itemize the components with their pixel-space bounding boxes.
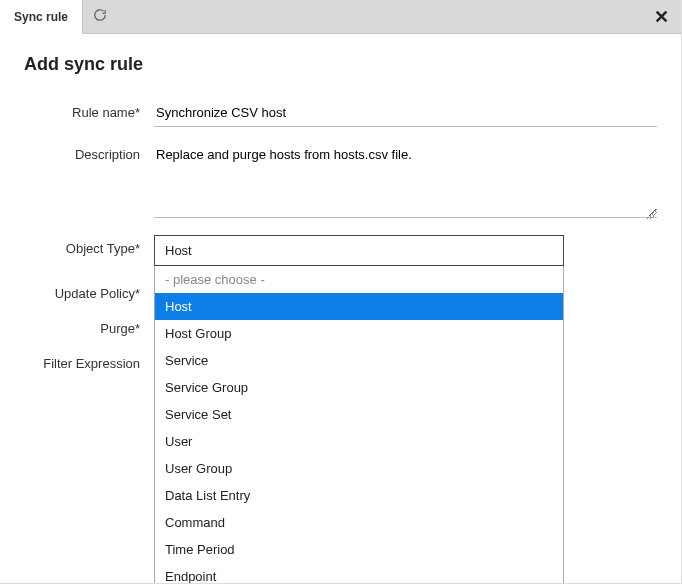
dropdown-option-placeholder[interactable]: - please choose - bbox=[155, 266, 563, 293]
dropdown-option-user-group[interactable]: User Group bbox=[155, 455, 563, 482]
row-description: Description bbox=[24, 141, 657, 221]
row-object-type: Object Type* Host - please choose - Host… bbox=[24, 235, 657, 266]
content: Add sync rule Rule name* Description Obj… bbox=[0, 34, 681, 371]
label-filter-expression: Filter Expression bbox=[24, 350, 154, 371]
close-button[interactable]: ✕ bbox=[654, 0, 669, 34]
dropdown-option-endpoint[interactable]: Endpoint bbox=[155, 563, 563, 584]
dropdown-option-command[interactable]: Command bbox=[155, 509, 563, 536]
tab-sync-rule[interactable]: Sync rule bbox=[0, 0, 83, 34]
dropdown-option-service-set[interactable]: Service Set bbox=[155, 401, 563, 428]
refresh-button[interactable] bbox=[83, 0, 117, 33]
dropdown-option-user[interactable]: User bbox=[155, 428, 563, 455]
object-type-select[interactable]: Host bbox=[154, 235, 564, 266]
page-title: Add sync rule bbox=[24, 54, 657, 75]
close-icon: ✕ bbox=[654, 6, 669, 28]
rule-name-input[interactable] bbox=[154, 99, 657, 127]
dropdown-option-host[interactable]: Host bbox=[155, 293, 563, 320]
label-rule-name: Rule name* bbox=[24, 99, 154, 127]
refresh-icon bbox=[93, 8, 107, 25]
label-update-policy: Update Policy* bbox=[24, 280, 154, 301]
label-purge: Purge* bbox=[24, 315, 154, 336]
tab-bar: Sync rule ✕ bbox=[0, 0, 681, 34]
label-object-type: Object Type* bbox=[24, 235, 154, 266]
object-type-dropdown: - please choose - Host Host Group Servic… bbox=[154, 266, 564, 584]
label-description: Description bbox=[24, 141, 154, 221]
dropdown-option-service-group[interactable]: Service Group bbox=[155, 374, 563, 401]
row-rule-name: Rule name* bbox=[24, 99, 657, 127]
description-textarea[interactable] bbox=[154, 141, 657, 218]
dropdown-option-time-period[interactable]: Time Period bbox=[155, 536, 563, 563]
dropdown-option-service[interactable]: Service bbox=[155, 347, 563, 374]
tab-label: Sync rule bbox=[14, 10, 68, 24]
dropdown-option-host-group[interactable]: Host Group bbox=[155, 320, 563, 347]
dropdown-option-data-list-entry[interactable]: Data List Entry bbox=[155, 482, 563, 509]
